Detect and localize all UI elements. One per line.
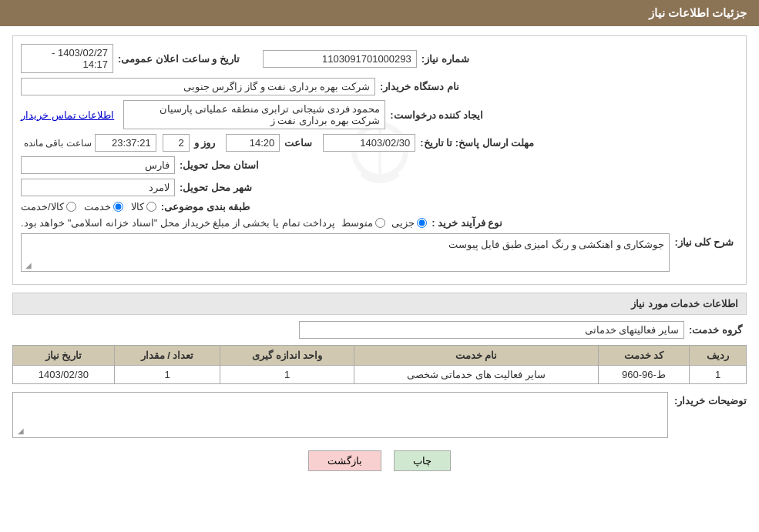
category-label: طبقه بندی موضوعی: [161, 201, 250, 212]
resize-handle: ◢ [22, 261, 32, 270]
description-value: جوشکاری و اهنکشی و رنگ امیزی طبق فایل پی… [21, 233, 670, 272]
category-kala-khadamat-radio[interactable] [66, 202, 76, 212]
category-radio-group: کالا خدمت کالا/خدمت [21, 201, 156, 212]
purchase-motavaset-label: متوسط [341, 217, 373, 229]
services-section-title: اطلاعات خدمات مورد نیاز [12, 293, 747, 315]
service-group-value: سایر فعالیتهای خدماتی [299, 321, 684, 339]
category-kala-label: کالا [131, 201, 144, 212]
buyer-desc-resize-handle: ◢ [15, 427, 24, 436]
purchase-motavaset-option[interactable]: متوسط [341, 217, 385, 229]
form-section: شماره نیاز: 1103091701000293 تاریخ و ساع… [12, 35, 747, 285]
deadline-remaining: 23:37:21 [95, 134, 156, 152]
page-title: جزئیات اطلاعات نیاز [649, 6, 747, 19]
row-need-number: شماره نیاز: 1103091701000293 تاریخ و ساع… [21, 44, 738, 73]
table-header-row: ردیف کد خدمت نام خدمت واحد اندازه گیری ت… [13, 346, 747, 366]
category-kala-khadamat-label: کالا/خدمت [21, 201, 64, 212]
row-city: شهر محل تحویل: لامرد [21, 179, 738, 196]
deadline-days: 2 [163, 134, 190, 152]
col-name: نام خدمت [354, 346, 599, 366]
city-label: شهر محل تحویل: [180, 182, 252, 193]
deadline-time-label: ساعت [284, 137, 312, 149]
province-label: استان محل تحویل: [180, 159, 259, 171]
cell-date: 1403/02/30 [13, 366, 115, 384]
row-category: طبقه بندی موضوعی: کالا خدمت کالا/خدمت [21, 201, 738, 212]
row-deadline: مهلت ارسال پاسخ: تا تاریخ: 1403/02/30 سا… [21, 134, 738, 152]
table-header: ردیف کد خدمت نام خدمت واحد اندازه گیری ت… [13, 346, 747, 366]
row-purchase-type: نوع فرآیند خرید : جزیی متوسط پرداخت تمام… [21, 217, 738, 229]
creator-value: محمود فردی شیجانی ترابری منطقه عملیاتی پ… [123, 100, 385, 129]
col-quantity: تعداد / مقدار [114, 346, 220, 366]
row-description: شرح کلی نیاز: جوشکاری و اهنکشی و رنگ امی… [21, 233, 738, 272]
announce-label: تاریخ و ساعت اعلان عمومی: [118, 53, 240, 65]
need-number-value: 1103091701000293 [263, 50, 417, 68]
buyer-desc-label: توضیحات خریدار: [674, 395, 747, 407]
services-section: اطلاعات خدمات مورد نیاز گروه خدمت: سایر … [12, 293, 747, 438]
purchase-jozi-radio[interactable] [417, 218, 427, 228]
purchase-type-label: نوع فرآیند خرید : [432, 217, 502, 229]
table-row: 1ط-96-960سایر فعالیت های خدماتی شخصی1114… [13, 366, 747, 384]
buyer-desc-box: ◢ [12, 392, 668, 438]
purchase-process-group: جزیی متوسط پرداخت تمام یا بخشی از مبلغ خ… [21, 217, 427, 229]
response-deadline-label: مهلت ارسال پاسخ: تا تاریخ: [420, 137, 534, 149]
table-body: 1ط-96-960سایر فعالیت های خدماتی شخصی1114… [13, 366, 747, 384]
cell-quantity: 1 [114, 366, 220, 384]
category-khadamat-radio[interactable] [113, 202, 123, 212]
category-kala-khadamat-option[interactable]: کالا/خدمت [21, 201, 76, 212]
print-button[interactable]: چاپ [394, 450, 451, 471]
deadline-time: 14:20 [226, 134, 280, 152]
remaining-label: ساعت باقی مانده [24, 138, 92, 149]
page-wrapper: جزئیات اطلاعات نیاز شماره نیاز: 11030917… [0, 0, 759, 532]
category-khadamat-option[interactable]: خدمت [84, 201, 123, 212]
purchase-motavaset-radio[interactable] [375, 218, 385, 228]
category-kala-radio[interactable] [146, 202, 156, 212]
services-table: ردیف کد خدمت نام خدمت واحد اندازه گیری ت… [12, 345, 747, 384]
cell-code: ط-96-960 [598, 366, 689, 384]
province-value: فارس [21, 156, 175, 174]
service-group-row: گروه خدمت: سایر فعالیتهای خدماتی [12, 321, 747, 339]
deadline-date: 1403/02/30 [323, 134, 415, 152]
city-value: لامرد [21, 179, 175, 196]
row-buyer-name: نام دستگاه خریدار: شرکت بهره برداری نفت … [21, 78, 738, 95]
category-kala-option[interactable]: کالا [131, 201, 156, 212]
purchase-jozi-label: جزیی [391, 217, 415, 229]
buyer-name-value: شرکت بهره برداری نفت و گاز زاگرس جنوبی [21, 78, 375, 95]
cell-row: 1 [690, 366, 747, 384]
page-header: جزئیات اطلاعات نیاز [0, 0, 759, 26]
cell-name: سایر فعالیت های خدماتی شخصی [354, 366, 599, 384]
buyer-desc-row: توضیحات خریدار: ◢ [12, 392, 747, 438]
creator-label: ایجاد کننده درخواست: [390, 109, 483, 121]
main-content: شماره نیاز: 1103091701000293 تاریخ و ساع… [0, 26, 759, 493]
buyer-name-label: نام دستگاه خریدار: [380, 81, 459, 92]
contact-link[interactable]: اطلاعات تماس خریدار [21, 109, 114, 121]
deadline-day-label: روز و [194, 137, 216, 149]
row-province: استان محل تحویل: فارس [21, 156, 738, 174]
form-inner: شماره نیاز: 1103091701000293 تاریخ و ساع… [21, 44, 738, 272]
col-date: تاریخ نیاز [13, 346, 115, 366]
back-button[interactable]: بازگشت [308, 450, 381, 471]
category-khadamat-label: خدمت [84, 201, 111, 212]
buttons-row: چاپ بازگشت [12, 450, 747, 471]
col-unit: واحد اندازه گیری [220, 346, 354, 366]
col-row: ردیف [690, 346, 747, 366]
announce-value: 1403/02/27 - 14:17 [21, 44, 113, 73]
service-group-label: گروه خدمت: [689, 324, 742, 336]
purchase-type-text: پرداخت تمام یا بخشی از مبلغ خریداز محل "… [21, 217, 335, 229]
row-creator: ایجاد کننده درخواست: محمود فردی شیجانی ت… [21, 100, 738, 129]
need-number-label: شماره نیاز: [421, 53, 469, 65]
cell-unit: 1 [220, 366, 354, 384]
description-label: شرح کلی نیاز: [674, 236, 734, 248]
purchase-jozi-option[interactable]: جزیی [391, 217, 427, 229]
col-code: کد خدمت [598, 346, 689, 366]
